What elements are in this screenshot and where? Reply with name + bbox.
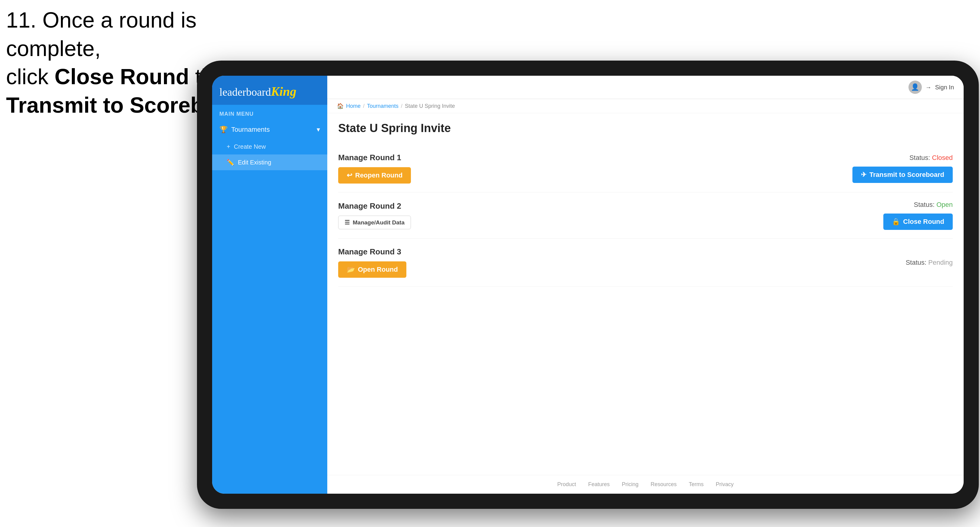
main-content: 👤 → Sign In 🏠 Home / Tournaments / State… (327, 76, 964, 494)
create-new-label: Create New (234, 143, 266, 150)
round1-left: Manage Round 1 ↩ Reopen Round (338, 153, 411, 184)
reopen-round-button[interactable]: ↩ Reopen Round (338, 167, 411, 184)
edit-icon: ✏️ (227, 159, 234, 166)
signin-label: Sign In (935, 84, 954, 91)
sidebar-logo-area: leaderboardKing (212, 76, 327, 105)
footer-features[interactable]: Features (588, 481, 610, 487)
round1-status-value: Closed (932, 154, 953, 162)
footer-product[interactable]: Product (557, 481, 576, 487)
footer-terms[interactable]: Terms (689, 481, 704, 487)
transmit-label: Transmit to Scoreboard (869, 171, 944, 179)
logo-leaderboard: leaderboard (220, 86, 271, 98)
close-round-button[interactable]: 🔒 Close Round (883, 214, 953, 230)
breadcrumb: 🏠 Home / Tournaments / State U Spring In… (327, 99, 964, 113)
round1-right: Status: Closed ✈ Transmit to Scoreboard (853, 154, 953, 183)
breadcrumb-sep2: / (401, 103, 402, 110)
lock-icon: 🔒 (892, 218, 900, 225)
reopen-round-label: Reopen Round (355, 171, 402, 179)
edit-existing-label: Edit Existing (238, 159, 271, 166)
footer-resources[interactable]: Resources (651, 481, 677, 487)
manage-audit-button[interactable]: ☰ Manage/Audit Data (338, 216, 411, 229)
tournaments-label: Tournaments (231, 126, 270, 133)
round3-right: Status: Pending (906, 259, 953, 267)
avatar: 👤 (908, 81, 922, 94)
round3-status: Status: Pending (906, 259, 953, 267)
instruction-bold1: Close Round (54, 65, 189, 89)
footer-pricing[interactable]: Pricing (622, 481, 638, 487)
footer-privacy[interactable]: Privacy (716, 481, 733, 487)
round-row-2: Manage Round 2 ☰ Manage/Audit Data Statu… (338, 192, 953, 239)
footer: Product Features Pricing Resources Terms… (327, 475, 964, 494)
sidebar-sub-edit-existing[interactable]: ✏️ Edit Existing (212, 154, 327, 170)
logo-king: King (271, 84, 296, 98)
round1-title: Manage Round 1 (338, 153, 411, 162)
round-row-1: Manage Round 1 ↩ Reopen Round Status: Cl… (338, 144, 953, 192)
tablet-device: leaderboardKing MAIN MENU 🏆 Tournaments … (197, 60, 979, 509)
round2-status-value: Open (936, 201, 953, 208)
breadcrumb-sep1: / (363, 103, 364, 110)
signin-arrow-icon: → (926, 84, 932, 91)
reopen-icon: ↩ (347, 171, 352, 179)
instruction-line2: click (6, 65, 54, 89)
home-icon: 🏠 (337, 103, 344, 110)
sidebar: leaderboardKing MAIN MENU 🏆 Tournaments … (212, 76, 327, 494)
round1-status: Status: Closed (909, 154, 953, 162)
round2-title: Manage Round 2 (338, 202, 411, 211)
manage-audit-label: Manage/Audit Data (353, 219, 404, 226)
chevron-down-icon: ▾ (317, 126, 320, 133)
round2-right: Status: Open 🔒 Close Round (883, 201, 953, 230)
page-title: State U Spring Invite (338, 122, 953, 135)
tablet-screen: leaderboardKing MAIN MENU 🏆 Tournaments … (212, 76, 964, 494)
content-area: State U Spring Invite Manage Round 1 ↩ R… (327, 113, 964, 475)
close-round-label: Close Round (903, 218, 944, 225)
breadcrumb-current: State U Spring Invite (405, 103, 455, 110)
folder-icon: 📂 (347, 266, 355, 273)
instruction-line1: 11. Once a round is complete, (6, 8, 196, 60)
sign-in-area[interactable]: 👤 → Sign In (908, 81, 954, 94)
list-icon: ☰ (345, 219, 350, 226)
trophy-icon: 🏆 (220, 126, 228, 133)
tournaments-item-left: 🏆 Tournaments (220, 126, 270, 133)
sidebar-sub-create-new[interactable]: + Create New (212, 139, 327, 154)
round2-left: Manage Round 2 ☰ Manage/Audit Data (338, 202, 411, 229)
round-row-3: Manage Round 3 📂 Open Round Status: Pend… (338, 239, 953, 287)
breadcrumb-tournaments[interactable]: Tournaments (367, 103, 398, 110)
logo: leaderboardKing (220, 84, 320, 99)
header-bar: 👤 → Sign In (327, 76, 964, 99)
round3-left: Manage Round 3 📂 Open Round (338, 247, 406, 278)
open-round-button[interactable]: 📂 Open Round (338, 261, 406, 278)
round2-status: Status: Open (914, 201, 953, 209)
round3-title: Manage Round 3 (338, 247, 406, 257)
transmit-to-scoreboard-button[interactable]: ✈ Transmit to Scoreboard (853, 167, 953, 183)
plus-icon: + (227, 143, 230, 150)
round3-status-value: Pending (928, 259, 953, 266)
open-round-label: Open Round (358, 266, 398, 273)
sidebar-item-tournaments[interactable]: 🏆 Tournaments ▾ (212, 120, 327, 139)
breadcrumb-home[interactable]: Home (346, 103, 361, 110)
transmit-icon: ✈ (861, 171, 866, 179)
app-layout: leaderboardKing MAIN MENU 🏆 Tournaments … (212, 76, 964, 494)
main-menu-label: MAIN MENU (212, 105, 327, 120)
